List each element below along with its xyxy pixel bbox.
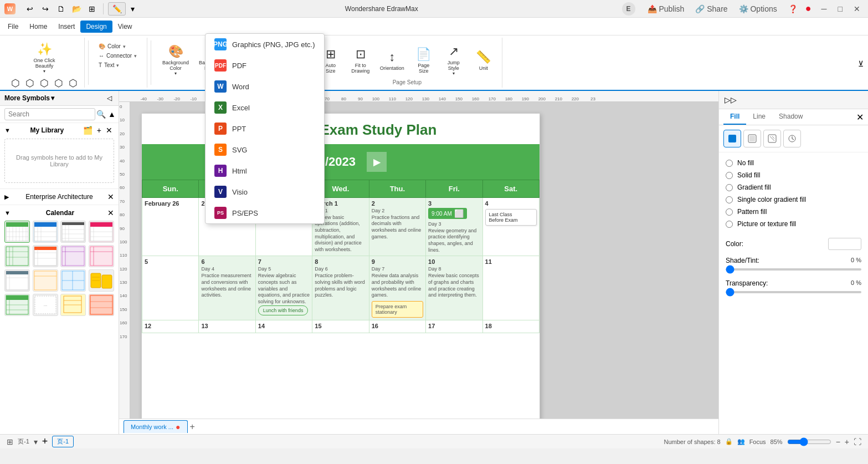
export-ppt-item[interactable]: P PPT [206, 118, 324, 139]
cal-item-13[interactable] [4, 294, 30, 316]
connector-button[interactable]: ↔ Connector ▾ [96, 52, 139, 60]
redo-button[interactable]: ↪ [39, 2, 52, 16]
export-png-item[interactable]: PNG Graphics (PNG, JPG etc.) [206, 34, 324, 55]
calendar-close-button[interactable]: ✕ [107, 208, 114, 217]
cal-item-15[interactable] [60, 294, 86, 316]
cal-item-7[interactable] [60, 245, 86, 267]
library-close-button[interactable]: ✕ [104, 125, 114, 135]
tab-line[interactable]: Line [746, 109, 772, 125]
beautify-style-2[interactable]: ⬡ [23, 76, 37, 90]
cal-item-3[interactable] [60, 221, 86, 243]
beautify-style-4[interactable]: ⬡ [52, 76, 65, 90]
undo-button[interactable]: ↩ [23, 2, 37, 16]
menu-insert[interactable]: Insert [53, 21, 80, 33]
unit-button[interactable]: 📏 Unit [470, 48, 497, 73]
next-month-button[interactable]: ▶ [367, 152, 387, 172]
cal-item-16[interactable] [89, 294, 114, 316]
cal-item-5[interactable] [4, 245, 30, 267]
ribbon-expand-button[interactable]: ⊻ [858, 59, 864, 68]
status-icon-1[interactable]: ⊞ [7, 437, 13, 446]
cal-item-4[interactable] [89, 221, 114, 243]
share-button[interactable]: 🔗 Share [692, 3, 731, 14]
symbols-collapse-button[interactable]: ◁ [105, 93, 114, 103]
cal-item-12[interactable] [89, 269, 114, 292]
user-avatar[interactable]: E [622, 2, 635, 16]
help-button[interactable]: ❓ [785, 3, 801, 14]
export-button[interactable]: ✏️ [108, 2, 126, 16]
enterprise-close-button[interactable]: ✕ [107, 192, 114, 201]
add-page-button[interactable]: + [42, 436, 48, 447]
shade-slider[interactable] [726, 268, 861, 271]
fit-to-drawing-button[interactable]: ⊡ Fit toDrawing [347, 45, 374, 76]
fill-option-gradient[interactable]: Gradient fill [726, 181, 861, 193]
search-button[interactable]: 🔍 [95, 109, 107, 120]
fill-option-pattern[interactable]: Pattern fill [726, 206, 861, 218]
library-add-button[interactable]: + [95, 125, 103, 135]
cal-item-2[interactable] [33, 221, 58, 243]
publish-button[interactable]: 📤 Publish [644, 3, 688, 14]
menu-design[interactable]: Design [80, 21, 112, 33]
fill-option-none[interactable]: No fill [726, 157, 861, 169]
search-input[interactable] [4, 108, 95, 120]
cal-item-14[interactable]: ... [33, 294, 58, 316]
fill-icon-image[interactable] [743, 130, 761, 147]
beautify-style-1[interactable]: ⬡ [9, 76, 22, 90]
beautify-style-3[interactable]: ⬡ [38, 76, 51, 90]
export-pseps-item[interactable]: PS PS/EPS [206, 202, 324, 223]
export-word-item[interactable]: W Word [206, 76, 324, 97]
export-svg-item[interactable]: S SVG [206, 139, 324, 160]
export-excel-item[interactable]: X Excel [206, 97, 324, 118]
right-panel-close-button[interactable]: ✕ [856, 109, 864, 125]
page-indicator-dropdown[interactable]: ▾ [34, 437, 38, 446]
minimize-button[interactable]: ─ [818, 3, 830, 14]
tab-fill[interactable]: Fill [723, 109, 746, 125]
fill-icon-history[interactable] [783, 130, 801, 147]
focus-button[interactable]: Focus [749, 438, 766, 445]
fullscreen-button[interactable]: ⛶ [854, 437, 861, 446]
cal-item-8[interactable] [89, 245, 114, 267]
cal-item-6[interactable] [33, 245, 58, 267]
new-button[interactable]: 🗋 [54, 2, 68, 16]
close-button[interactable]: ✕ [850, 3, 864, 14]
export-html-item[interactable]: H Html [206, 160, 324, 181]
open-button[interactable]: 📂 [70, 2, 83, 16]
export-pdf-item[interactable]: PDF PDF [206, 55, 324, 76]
fill-icon-color[interactable] [723, 130, 741, 147]
orientation-button[interactable]: ↕ Orientation [377, 48, 408, 73]
tab-shadow[interactable]: Shadow [772, 109, 809, 125]
zoom-out-button[interactable]: − [836, 437, 840, 446]
cal-item-1[interactable] [4, 221, 30, 243]
right-panel-collapse-button[interactable]: ▷▷ [723, 94, 738, 105]
fill-icon-texture[interactable] [763, 130, 781, 147]
zoom-in-button[interactable]: + [845, 437, 849, 446]
jump-style-button[interactable]: ↗ JumpStyle ▾ [440, 42, 468, 78]
fill-option-picture-texture[interactable]: Picture or texture fill [726, 218, 861, 230]
tab-close-btn[interactable]: ● [176, 422, 180, 431]
export-visio-item[interactable]: V Visio [206, 181, 324, 202]
options-button[interactable]: ⚙️ Options [736, 3, 780, 14]
fill-option-solid[interactable]: Solid fill [726, 169, 861, 181]
cal-item-9[interactable] [4, 269, 30, 292]
beautify-style-5[interactable]: ⬡ [66, 76, 80, 90]
text-button[interactable]: T Text ▾ [96, 61, 139, 69]
menu-view[interactable]: View [112, 21, 138, 33]
menu-file[interactable]: File [2, 21, 24, 33]
export-dropdown-button[interactable]: ▾ [128, 2, 137, 16]
search-nav-up[interactable]: ▲ [107, 109, 117, 120]
tab-monthly-work[interactable]: Monthly work ... ● [124, 420, 188, 433]
menu-home[interactable]: Home [24, 21, 53, 33]
color-swatch[interactable] [828, 238, 861, 250]
background-color-button[interactable]: 🎨 BackgroundColor ▾ [159, 42, 192, 78]
color-button[interactable]: 🎨 Color ▾ [96, 42, 139, 50]
switch-button[interactable]: ⊞ [85, 2, 99, 16]
cal-item-11[interactable] [60, 269, 86, 292]
maximize-button[interactable]: □ [835, 3, 846, 14]
fill-option-single-gradient[interactable]: Single color gradient fill [726, 193, 861, 206]
page-size-button[interactable]: 📄 PageSize [410, 45, 438, 76]
one-click-beautify-button[interactable]: ✨ One ClickBeautify ▾ [28, 40, 61, 76]
add-tab-button[interactable]: + [190, 422, 195, 432]
zoom-slider[interactable] [787, 437, 831, 446]
library-new-folder-button[interactable]: 🗂️ [81, 125, 94, 135]
cal-item-10[interactable] [33, 269, 58, 292]
transparency-slider[interactable] [726, 291, 861, 293]
